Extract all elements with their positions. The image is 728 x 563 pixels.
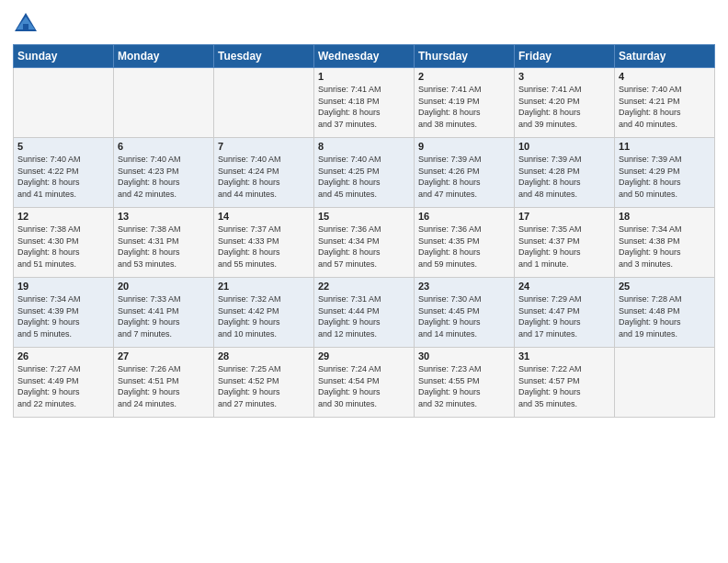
day-info: Sunrise: 7:40 AM Sunset: 4:25 PM Dayligh… <box>318 154 410 200</box>
day-info: Sunrise: 7:38 AM Sunset: 4:30 PM Dayligh… <box>17 224 109 270</box>
day-cell: 1Sunrise: 7:41 AM Sunset: 4:18 PM Daylig… <box>314 68 415 138</box>
week-row-1: 1Sunrise: 7:41 AM Sunset: 4:18 PM Daylig… <box>14 68 715 138</box>
day-cell: 15Sunrise: 7:36 AM Sunset: 4:34 PM Dayli… <box>314 208 415 278</box>
day-cell: 19Sunrise: 7:34 AM Sunset: 4:39 PM Dayli… <box>14 278 114 348</box>
day-info: Sunrise: 7:23 AM Sunset: 4:55 PM Dayligh… <box>418 363 510 409</box>
day-number: 16 <box>418 211 510 222</box>
header <box>13 11 715 37</box>
day-cell: 26Sunrise: 7:27 AM Sunset: 4:49 PM Dayli… <box>14 348 114 418</box>
day-cell: 6Sunrise: 7:40 AM Sunset: 4:23 PM Daylig… <box>114 138 214 208</box>
weekday-header-saturday: Saturday <box>615 45 715 68</box>
logo-icon <box>13 11 39 37</box>
day-cell: 18Sunrise: 7:34 AM Sunset: 4:38 PM Dayli… <box>615 208 715 278</box>
day-cell: 28Sunrise: 7:25 AM Sunset: 4:52 PM Dayli… <box>214 348 314 418</box>
day-number: 26 <box>17 350 109 362</box>
day-info: Sunrise: 7:36 AM Sunset: 4:34 PM Dayligh… <box>318 224 410 270</box>
weekday-header-row: SundayMondayTuesdayWednesdayThursdayFrid… <box>14 45 715 68</box>
day-cell: 12Sunrise: 7:38 AM Sunset: 4:30 PM Dayli… <box>14 208 114 278</box>
day-info: Sunrise: 7:32 AM Sunset: 4:42 PM Dayligh… <box>218 293 310 339</box>
day-info: Sunrise: 7:30 AM Sunset: 4:45 PM Dayligh… <box>418 293 510 339</box>
day-info: Sunrise: 7:40 AM Sunset: 4:23 PM Dayligh… <box>118 154 210 200</box>
day-cell <box>615 348 715 418</box>
day-cell: 31Sunrise: 7:22 AM Sunset: 4:57 PM Dayli… <box>515 348 615 418</box>
weekday-header-thursday: Thursday <box>415 45 515 68</box>
day-number: 8 <box>318 141 410 152</box>
day-number: 28 <box>218 350 310 362</box>
day-cell: 5Sunrise: 7:40 AM Sunset: 4:22 PM Daylig… <box>14 138 114 208</box>
day-info: Sunrise: 7:34 AM Sunset: 4:39 PM Dayligh… <box>17 293 109 339</box>
day-info: Sunrise: 7:35 AM Sunset: 4:37 PM Dayligh… <box>518 224 610 270</box>
weekday-header-monday: Monday <box>114 45 214 68</box>
week-row-5: 26Sunrise: 7:27 AM Sunset: 4:49 PM Dayli… <box>14 348 715 418</box>
day-cell: 17Sunrise: 7:35 AM Sunset: 4:37 PM Dayli… <box>515 208 615 278</box>
day-info: Sunrise: 7:40 AM Sunset: 4:24 PM Dayligh… <box>218 154 310 200</box>
day-cell: 29Sunrise: 7:24 AM Sunset: 4:54 PM Dayli… <box>314 348 415 418</box>
day-cell <box>14 68 114 138</box>
day-info: Sunrise: 7:41 AM Sunset: 4:20 PM Dayligh… <box>518 84 610 130</box>
day-cell: 23Sunrise: 7:30 AM Sunset: 4:45 PM Dayli… <box>415 278 515 348</box>
day-number: 18 <box>619 211 711 222</box>
svg-rect-2 <box>23 24 28 31</box>
week-row-3: 12Sunrise: 7:38 AM Sunset: 4:30 PM Dayli… <box>14 208 715 278</box>
day-cell: 20Sunrise: 7:33 AM Sunset: 4:41 PM Dayli… <box>114 278 214 348</box>
day-number: 17 <box>518 211 610 222</box>
day-cell: 30Sunrise: 7:23 AM Sunset: 4:55 PM Dayli… <box>415 348 515 418</box>
day-cell: 8Sunrise: 7:40 AM Sunset: 4:25 PM Daylig… <box>314 138 415 208</box>
weekday-header-friday: Friday <box>515 45 615 68</box>
day-number: 4 <box>619 71 711 82</box>
day-number: 30 <box>418 350 510 362</box>
day-cell: 3Sunrise: 7:41 AM Sunset: 4:20 PM Daylig… <box>515 68 615 138</box>
day-info: Sunrise: 7:24 AM Sunset: 4:54 PM Dayligh… <box>318 363 410 409</box>
day-info: Sunrise: 7:28 AM Sunset: 4:48 PM Dayligh… <box>619 293 711 339</box>
day-cell: 13Sunrise: 7:38 AM Sunset: 4:31 PM Dayli… <box>114 208 214 278</box>
day-info: Sunrise: 7:22 AM Sunset: 4:57 PM Dayligh… <box>518 363 610 409</box>
day-number: 25 <box>619 281 711 292</box>
day-cell <box>214 68 314 138</box>
weekday-header-tuesday: Tuesday <box>214 45 314 68</box>
day-info: Sunrise: 7:25 AM Sunset: 4:52 PM Dayligh… <box>218 363 310 409</box>
logo <box>13 11 42 37</box>
day-cell: 21Sunrise: 7:32 AM Sunset: 4:42 PM Dayli… <box>214 278 314 348</box>
calendar-page: SundayMondayTuesdayWednesdayThursdayFrid… <box>0 0 728 563</box>
day-number: 14 <box>218 211 310 222</box>
day-cell: 11Sunrise: 7:39 AM Sunset: 4:29 PM Dayli… <box>615 138 715 208</box>
day-number: 1 <box>318 71 410 82</box>
day-info: Sunrise: 7:40 AM Sunset: 4:22 PM Dayligh… <box>17 154 109 200</box>
day-number: 31 <box>518 350 610 362</box>
day-info: Sunrise: 7:27 AM Sunset: 4:49 PM Dayligh… <box>17 363 109 409</box>
day-number: 12 <box>17 211 109 222</box>
day-cell: 27Sunrise: 7:26 AM Sunset: 4:51 PM Dayli… <box>114 348 214 418</box>
day-cell: 10Sunrise: 7:39 AM Sunset: 4:28 PM Dayli… <box>515 138 615 208</box>
day-info: Sunrise: 7:39 AM Sunset: 4:26 PM Dayligh… <box>418 154 510 200</box>
day-info: Sunrise: 7:33 AM Sunset: 4:41 PM Dayligh… <box>118 293 210 339</box>
week-row-4: 19Sunrise: 7:34 AM Sunset: 4:39 PM Dayli… <box>14 278 715 348</box>
day-info: Sunrise: 7:37 AM Sunset: 4:33 PM Dayligh… <box>218 224 310 270</box>
day-cell: 22Sunrise: 7:31 AM Sunset: 4:44 PM Dayli… <box>314 278 415 348</box>
day-cell: 25Sunrise: 7:28 AM Sunset: 4:48 PM Dayli… <box>615 278 715 348</box>
day-info: Sunrise: 7:38 AM Sunset: 4:31 PM Dayligh… <box>118 224 210 270</box>
day-number: 9 <box>418 141 510 152</box>
day-cell: 9Sunrise: 7:39 AM Sunset: 4:26 PM Daylig… <box>415 138 515 208</box>
day-cell: 14Sunrise: 7:37 AM Sunset: 4:33 PM Dayli… <box>214 208 314 278</box>
day-cell: 16Sunrise: 7:36 AM Sunset: 4:35 PM Dayli… <box>415 208 515 278</box>
day-number: 5 <box>17 141 109 152</box>
day-number: 27 <box>118 350 210 362</box>
day-number: 6 <box>118 141 210 152</box>
week-row-2: 5Sunrise: 7:40 AM Sunset: 4:22 PM Daylig… <box>14 138 715 208</box>
calendar-table: SundayMondayTuesdayWednesdayThursdayFrid… <box>13 44 715 418</box>
day-number: 24 <box>518 281 610 292</box>
day-info: Sunrise: 7:41 AM Sunset: 4:18 PM Dayligh… <box>318 84 410 130</box>
day-number: 13 <box>118 211 210 222</box>
day-cell: 4Sunrise: 7:40 AM Sunset: 4:21 PM Daylig… <box>615 68 715 138</box>
day-number: 29 <box>318 350 410 362</box>
day-number: 2 <box>418 71 510 82</box>
day-info: Sunrise: 7:41 AM Sunset: 4:19 PM Dayligh… <box>418 84 510 130</box>
day-info: Sunrise: 7:39 AM Sunset: 4:28 PM Dayligh… <box>518 154 610 200</box>
day-number: 7 <box>218 141 310 152</box>
day-cell: 2Sunrise: 7:41 AM Sunset: 4:19 PM Daylig… <box>415 68 515 138</box>
day-number: 21 <box>218 281 310 292</box>
day-number: 22 <box>318 281 410 292</box>
day-info: Sunrise: 7:26 AM Sunset: 4:51 PM Dayligh… <box>118 363 210 409</box>
day-info: Sunrise: 7:31 AM Sunset: 4:44 PM Dayligh… <box>318 293 410 339</box>
day-info: Sunrise: 7:29 AM Sunset: 4:47 PM Dayligh… <box>518 293 610 339</box>
